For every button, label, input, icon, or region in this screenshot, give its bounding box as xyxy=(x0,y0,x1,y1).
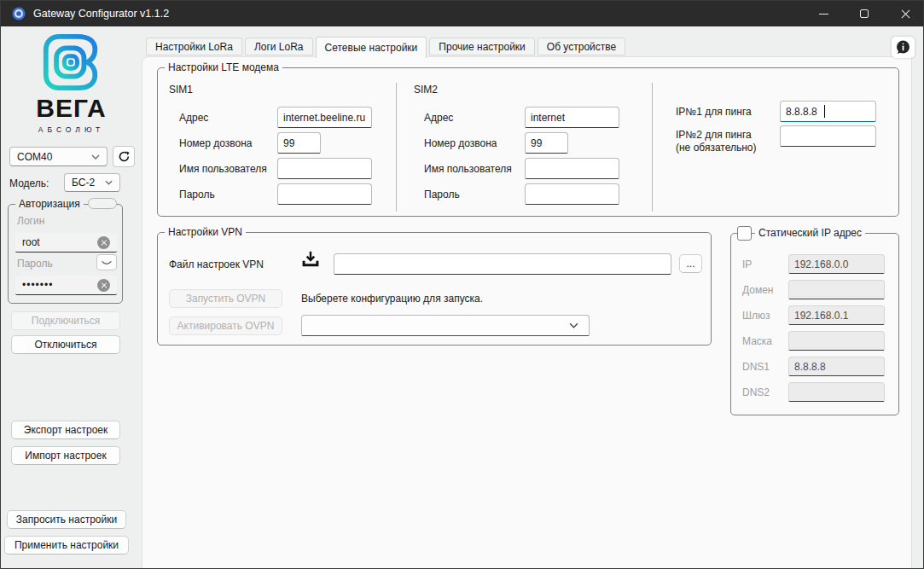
close-button[interactable] xyxy=(886,1,924,26)
maximize-button[interactable] xyxy=(845,1,884,26)
run-ovpn-button[interactable]: Запустить OVPN xyxy=(169,289,282,308)
sim1-dial-input[interactable] xyxy=(277,132,321,154)
sim2-password-input[interactable] xyxy=(525,183,619,205)
app-window: Gateway Configurator v1.1.2 ВЕГА АБСОЛЮТ… xyxy=(0,0,924,569)
apply-settings-label: Применить настройки xyxy=(15,539,119,551)
tab-label: Об устройстве xyxy=(547,41,616,53)
com-port-select[interactable]: COM40 xyxy=(9,147,108,166)
vpn-file-input[interactable] xyxy=(334,253,671,275)
request-settings-button[interactable]: Запросить настройки xyxy=(7,510,126,529)
close-icon xyxy=(900,9,911,20)
request-settings-label: Запросить настройки xyxy=(16,514,117,525)
activate-ovpn-button[interactable]: Активировать OVPN xyxy=(169,316,282,335)
tab-lora-logs[interactable]: Логи LoRa xyxy=(245,38,313,55)
app-icon xyxy=(12,7,26,20)
model-label: Модель: xyxy=(9,177,49,189)
gateway-input xyxy=(788,305,885,325)
run-ovpn-label: Запустить OVPN xyxy=(186,293,266,305)
column-divider xyxy=(652,83,653,212)
vpn-settings-group: Настройки VPN Файл настроек VPN ... Запу… xyxy=(157,232,712,345)
sim1-dial-label: Номер дозвона xyxy=(179,137,253,149)
import-settings-label: Импорт настроек xyxy=(25,450,106,462)
tab-network-settings[interactable]: Сетевые настройки xyxy=(316,37,427,58)
export-settings-label: Экспорт настроек xyxy=(24,424,108,436)
text-cursor xyxy=(824,105,825,118)
clear-password-icon[interactable] xyxy=(97,279,110,292)
domain-label: Домен xyxy=(742,284,774,296)
sim2-username-label: Имя пользователя xyxy=(424,163,512,175)
vpn-config-hint: Выберете конфигурацию для запуска. xyxy=(301,293,483,305)
tab-label: Прочие настройки xyxy=(439,41,525,53)
ping-ip2-label: IP№2 для пинга xyxy=(676,129,752,141)
vpn-config-select[interactable] xyxy=(301,315,590,336)
sim2-username-input[interactable] xyxy=(525,158,619,179)
export-settings-button[interactable]: Экспорт настроек xyxy=(11,421,120,439)
ping-ip1-input[interactable] xyxy=(780,101,876,122)
sim1-username-label: Имя пользователя xyxy=(179,163,267,175)
sim2-title: SIM2 xyxy=(414,84,438,96)
window-title: Gateway Configurator v1.1.2 xyxy=(33,1,169,26)
show-password-button[interactable] xyxy=(96,254,117,270)
refresh-icon xyxy=(118,150,131,163)
static-ip-legend: Статический IP адрес xyxy=(755,227,865,239)
apply-settings-button[interactable]: Применить настройки xyxy=(4,536,129,554)
mask-label: Маска xyxy=(742,335,772,347)
browse-vpn-file-button[interactable]: ... xyxy=(679,254,702,273)
auth-group-legend: Авторизация xyxy=(15,198,84,210)
sim2-dial-input[interactable] xyxy=(525,132,568,154)
sim1-username-input[interactable] xyxy=(277,158,372,179)
password-label: Пароль xyxy=(17,258,53,270)
browse-button-label: ... xyxy=(686,258,694,270)
disconnect-button-label: Отключиться xyxy=(34,339,96,351)
connect-button[interactable]: Подключиться xyxy=(11,311,120,330)
chevron-down-icon xyxy=(105,180,113,185)
download-icon xyxy=(301,250,320,269)
vpn-group-legend: Настройки VPN xyxy=(165,226,246,238)
connect-button-label: Подключиться xyxy=(32,315,100,327)
dns2-label: DNS2 xyxy=(742,386,770,398)
clear-login-icon[interactable] xyxy=(97,236,110,249)
ping-ip2-input[interactable] xyxy=(780,125,876,147)
tab-label: Логи LoRa xyxy=(254,41,304,53)
dns1-input xyxy=(788,357,885,376)
auth-collapsed-control[interactable] xyxy=(88,198,117,209)
column-divider xyxy=(396,83,397,212)
info-icon xyxy=(896,40,910,55)
sim1-apn-input[interactable] xyxy=(277,107,372,128)
dns1-label: DNS1 xyxy=(742,361,770,373)
static-ip-checkbox[interactable] xyxy=(737,226,752,241)
login-label: Логин xyxy=(17,215,44,227)
tab-other-settings[interactable]: Прочие настройки xyxy=(429,38,534,55)
minimize-button[interactable] xyxy=(804,1,843,26)
gateway-label: Шлюз xyxy=(742,310,770,322)
tab-lora-settings[interactable]: Настройки LoRa xyxy=(146,38,242,55)
brand-wordmark: ВЕГА xyxy=(1,94,142,123)
chevron-down-icon xyxy=(569,322,578,328)
vpn-upload-button[interactable] xyxy=(301,250,320,269)
ip-label: IP xyxy=(742,258,752,270)
domain-input xyxy=(788,280,885,299)
import-settings-button[interactable]: Импорт настроек xyxy=(11,446,120,465)
tab-about-device[interactable]: Об устройстве xyxy=(538,38,625,55)
sim2-apn-input[interactable] xyxy=(525,107,619,128)
sim1-apn-label: Адрес xyxy=(179,112,208,124)
sim1-password-input[interactable] xyxy=(277,183,372,205)
sim2-dial-label: Номер дозвона xyxy=(424,137,497,149)
auth-group: Авторизация Логин Пароль xyxy=(8,204,123,304)
mask-input xyxy=(788,331,885,351)
vpn-file-label: Файл настроек VPN xyxy=(169,258,264,270)
refresh-ports-button[interactable] xyxy=(113,146,135,167)
ping-ip2-note: (не обязательно) xyxy=(676,142,757,154)
brand-subtitle: АБСОЛЮТ xyxy=(1,125,142,134)
chevron-down-icon xyxy=(91,154,100,160)
brand-logo: ВЕГА АБСОЛЮТ xyxy=(1,32,142,134)
model-select[interactable]: БС-2 xyxy=(64,173,120,192)
activate-ovpn-label: Активировать OVPN xyxy=(177,320,275,332)
info-button[interactable] xyxy=(892,37,915,58)
com-port-value: COM40 xyxy=(17,151,52,163)
eye-closed-icon xyxy=(101,259,113,266)
tab-label: Сетевые настройки xyxy=(325,42,418,54)
sim1-password-label: Пароль xyxy=(179,189,215,200)
disconnect-button[interactable]: Отключиться xyxy=(11,335,120,354)
tab-bar: Настройки LoRa Логи LoRa Сетевые настрой… xyxy=(146,37,625,58)
